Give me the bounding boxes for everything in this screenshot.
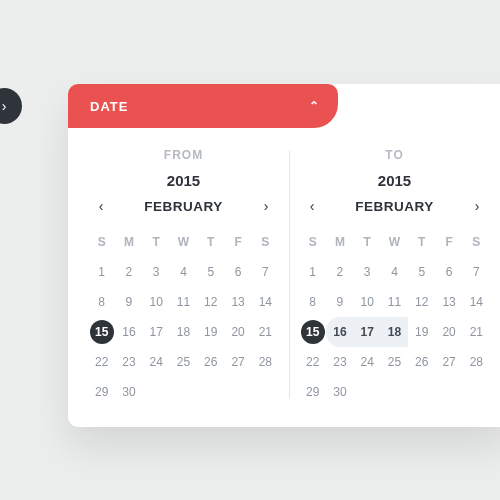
calendar-to: TO 2015 ‹ FEBRUARY › SMTWTFS 12345678910… (289, 142, 500, 407)
day-cell[interactable]: 3 (143, 257, 170, 287)
day-cell[interactable]: 7 (463, 257, 490, 287)
day-cell[interactable]: 12 (197, 287, 224, 317)
day-cell[interactable]: 8 (299, 287, 326, 317)
day-cell[interactable]: 25 (381, 347, 408, 377)
from-year: 2015 (88, 172, 279, 195)
day-cell[interactable]: 1 (88, 257, 115, 287)
dow-cell: F (224, 227, 251, 257)
day-cell[interactable]: 21 (463, 317, 490, 347)
day-cell[interactable]: 4 (170, 257, 197, 287)
tab-label: DATE (90, 99, 128, 114)
day-cell[interactable]: 30 (326, 377, 353, 407)
day-cell[interactable]: 18 (381, 317, 408, 347)
day-cell[interactable]: 30 (115, 377, 142, 407)
to-prev-month[interactable]: ‹ (301, 195, 323, 217)
to-label: TO (299, 142, 490, 172)
dow-cell: T (408, 227, 435, 257)
day-cell[interactable]: 6 (224, 257, 251, 287)
from-next-month[interactable]: › (255, 195, 277, 217)
chevron-left-icon: ‹ (310, 198, 315, 214)
day-cell[interactable]: 14 (463, 287, 490, 317)
day-cell[interactable]: 29 (299, 377, 326, 407)
day-cell[interactable]: 19 (197, 317, 224, 347)
from-prev-month[interactable]: ‹ (90, 195, 112, 217)
dow-cell: S (463, 227, 490, 257)
day-cell[interactable]: 12 (408, 287, 435, 317)
day-cell[interactable]: 28 (463, 347, 490, 377)
from-label: FROM (88, 142, 279, 172)
day-cell[interactable]: 15 (299, 317, 326, 347)
chevron-up-icon: ⌃ (309, 99, 320, 113)
dow-cell: M (326, 227, 353, 257)
day-cell[interactable]: 17 (143, 317, 170, 347)
day-cell[interactable]: 13 (224, 287, 251, 317)
day-cell[interactable]: 5 (197, 257, 224, 287)
to-year: 2015 (299, 172, 490, 195)
day-cell[interactable]: 5 (408, 257, 435, 287)
to-dow-row: SMTWTFS (299, 227, 490, 257)
day-cell[interactable]: 1 (299, 257, 326, 287)
day-cell[interactable]: 22 (88, 347, 115, 377)
date-tab[interactable]: DATE ⌃ (68, 84, 338, 128)
day-cell[interactable]: 13 (435, 287, 462, 317)
calendars: FROM 2015 ‹ FEBRUARY › SMTWTFS 123456789… (68, 128, 500, 427)
day-cell[interactable]: 23 (326, 347, 353, 377)
dow-cell: T (197, 227, 224, 257)
day-cell[interactable]: 7 (252, 257, 279, 287)
chevron-right-icon: › (475, 198, 480, 214)
dow-cell: S (252, 227, 279, 257)
day-cell[interactable]: 8 (88, 287, 115, 317)
day-cell[interactable]: 23 (115, 347, 142, 377)
day-cell[interactable]: 26 (408, 347, 435, 377)
dow-cell: T (143, 227, 170, 257)
day-cell[interactable]: 16 (115, 317, 142, 347)
dow-cell: W (381, 227, 408, 257)
to-days-grid: 1234567891011121314151617181920212223242… (299, 257, 490, 407)
day-cell[interactable]: 16 (326, 317, 353, 347)
day-cell[interactable]: 20 (435, 317, 462, 347)
chevron-right-icon: › (264, 198, 269, 214)
day-cell[interactable]: 10 (143, 287, 170, 317)
day-cell[interactable]: 24 (354, 347, 381, 377)
day-cell[interactable]: 18 (170, 317, 197, 347)
day-cell[interactable]: 11 (170, 287, 197, 317)
dow-cell: S (299, 227, 326, 257)
day-cell[interactable]: 21 (252, 317, 279, 347)
day-cell[interactable]: 6 (435, 257, 462, 287)
day-cell[interactable]: 9 (326, 287, 353, 317)
day-cell[interactable]: 14 (252, 287, 279, 317)
to-month: FEBRUARY (355, 199, 434, 214)
day-cell[interactable]: 17 (354, 317, 381, 347)
day-cell[interactable]: 29 (88, 377, 115, 407)
from-days-grid: 1234567891011121314151617181920212223242… (88, 257, 279, 407)
date-range-panel: DATE ⌃ FROM 2015 ‹ FEBRUARY › SMTWTFS 12… (68, 84, 500, 427)
chevron-right-icon: › (2, 98, 7, 114)
day-cell[interactable]: 11 (381, 287, 408, 317)
dow-cell: M (115, 227, 142, 257)
dow-cell: S (88, 227, 115, 257)
to-next-month[interactable]: › (466, 195, 488, 217)
calendar-from: FROM 2015 ‹ FEBRUARY › SMTWTFS 123456789… (78, 142, 289, 407)
day-cell[interactable]: 9 (115, 287, 142, 317)
day-cell[interactable]: 10 (354, 287, 381, 317)
day-cell[interactable]: 19 (408, 317, 435, 347)
next-button[interactable]: › (0, 88, 22, 124)
day-cell[interactable]: 3 (354, 257, 381, 287)
chevron-left-icon: ‹ (99, 198, 104, 214)
day-cell[interactable]: 2 (326, 257, 353, 287)
day-cell[interactable]: 2 (115, 257, 142, 287)
day-cell[interactable]: 15 (88, 317, 115, 347)
day-cell[interactable]: 28 (252, 347, 279, 377)
from-dow-row: SMTWTFS (88, 227, 279, 257)
day-cell[interactable]: 26 (197, 347, 224, 377)
day-cell[interactable]: 25 (170, 347, 197, 377)
day-cell[interactable]: 27 (224, 347, 251, 377)
dow-cell: F (435, 227, 462, 257)
dow-cell: W (170, 227, 197, 257)
day-cell[interactable]: 24 (143, 347, 170, 377)
day-cell[interactable]: 4 (381, 257, 408, 287)
day-cell[interactable]: 20 (224, 317, 251, 347)
day-cell[interactable]: 27 (435, 347, 462, 377)
day-cell[interactable]: 22 (299, 347, 326, 377)
from-month: FEBRUARY (144, 199, 223, 214)
